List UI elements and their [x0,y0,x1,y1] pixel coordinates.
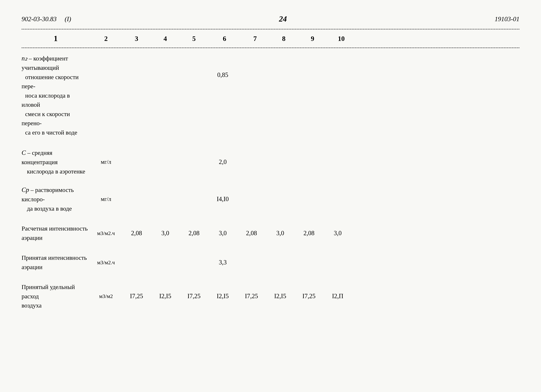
table-content: п₂ – коэффициент учитывающий отношение с… [21,53,520,310]
row-aeration-accept-unit: м3/м2.ч [90,260,122,265]
row-aeration-calc-val2: 3,0 [151,230,180,237]
col-header-6: 6 [208,35,241,42]
row-air-flow-val2: I2,I5 [151,293,180,300]
row-aeration-calc-val1: 2,08 [122,230,151,237]
row-n2-label: п₂ – коэффициент учитывающий отношение с… [21,53,90,137]
col-header-2: 2 [90,35,122,42]
row-n2-val4: 0,85 [208,53,237,79]
row-Cp: Cр – растворимость кислоро- да воздуха в… [21,185,520,213]
row-air-flow-val4: I2,I5 [208,293,237,300]
row-aeration-accept-label: Принятая интенсивность аэрации [21,253,90,272]
header-divider [21,48,520,48]
doc-number: 902-03-30.83 (I) [21,15,71,23]
page: 902-03-30.83 (I) 24 19103-01 1 2 3 4 5 6… [0,0,541,392]
row-aeration-calc-val3: 2,08 [180,230,208,237]
top-divider [21,29,520,29]
row-air-flow-val1: I7,25 [122,293,151,300]
row-air-flow-label: Принятый удельный расход воздуха [21,282,90,310]
row-air-flow-val8: I2,П [323,293,352,300]
doc-type-text: (I) [65,15,71,23]
row-air-flow: Принятый удельный расход воздуха м3/м2 I… [21,282,520,310]
col-header-1: 1 [21,34,90,43]
row-aeration-calc-unit: м3/м2.ч [90,230,122,236]
col-header-3: 3 [122,35,151,42]
row-air-flow-val5: I7,25 [237,293,266,300]
col-header-5: 5 [180,35,208,42]
doc-ref: 19103-01 [495,15,520,23]
row-air-flow-unit: м3/м2 [90,293,122,299]
row-C-val4: 2,0 [208,158,237,166]
row-aeration-calc-val4: 3,0 [208,230,237,237]
row-air-flow-val6: I2,I5 [266,293,295,300]
row-aeration-calc: Расчетная интенсивность аэрации м3/м2.ч … [21,224,520,242]
row-air-flow-val7: I7,25 [295,293,323,300]
col-header-10: 10 [327,35,356,42]
row-air-flow-val3: I7,25 [180,293,208,300]
row-Cp-label: Cр – растворимость кислоро- да воздуха в… [21,185,90,213]
row-aeration-calc-val6: 3,0 [266,230,295,237]
col-header-4: 4 [151,35,180,42]
row-aeration-calc-val5: 2,08 [237,230,266,237]
row-aeration-calc-val7: 2,08 [295,230,323,237]
row-Cp-val4: I4,I0 [208,196,237,203]
row-C-label: C – средняя концентрация кислорода в аэр… [21,148,90,176]
col-header-7: 7 [241,35,269,42]
row-n2: п₂ – коэффициент учитывающий отношение с… [21,53,520,137]
row-aeration-calc-label: Расчетная интенсивность аэрации [21,224,90,242]
page-number: 24 [279,14,287,24]
header: 902-03-30.83 (I) 24 19103-01 [21,14,520,24]
row-Cp-unit: мг/л [90,196,122,202]
column-headers-row: 1 2 3 4 5 6 7 8 9 10 [21,31,520,46]
row-aeration-calc-val8: 3,0 [323,230,352,237]
row-C: C – средняя концентрация кислорода в аэр… [21,148,520,176]
row-aeration-accept-val4: 3,3 [208,259,237,266]
row-C-unit: мг/л [90,159,122,165]
col-header-8: 8 [269,35,298,42]
col-header-9: 9 [298,35,327,42]
doc-number-text: 902-03-30.83 [21,15,57,23]
row-aeration-accept: Принятая интенсивность аэрации м3/м2.ч 3… [21,253,520,272]
